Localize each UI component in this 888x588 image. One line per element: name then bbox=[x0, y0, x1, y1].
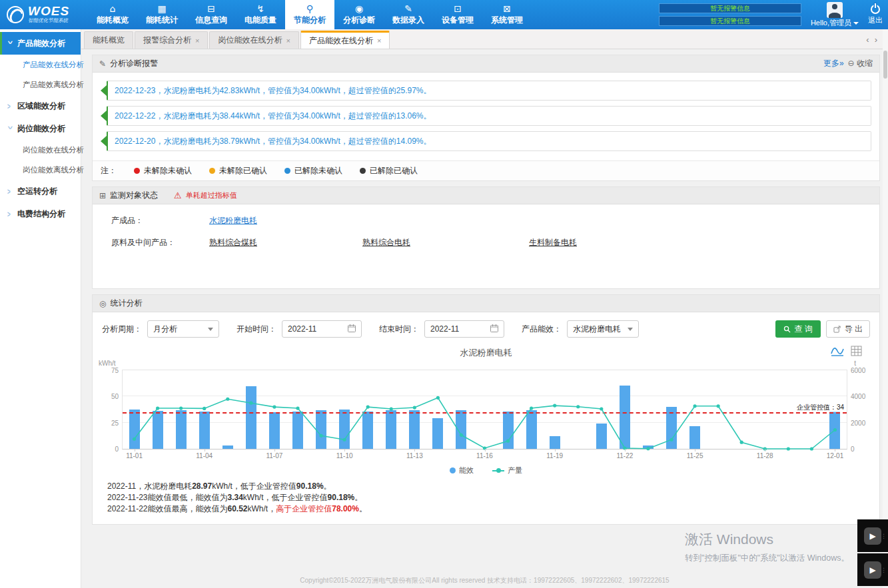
tab-1[interactable]: 能耗概览 bbox=[84, 31, 133, 49]
date-input[interactable]: 2022-11 bbox=[282, 320, 362, 338]
select-input[interactable]: 月分析 bbox=[147, 320, 219, 338]
legend-energy-efficiency[interactable]: 能效 bbox=[450, 465, 474, 475]
alarm-message[interactable]: 2022-12-20，水泥粉磨电耗为38.79kWh/t，管控值为34.00kW… bbox=[107, 131, 871, 151]
monitor-object-link[interactable]: 生料制备电耗 bbox=[529, 237, 577, 248]
nav-item-5[interactable]: ⚲节能分析 bbox=[285, 0, 334, 29]
sidebar-item-2[interactable]: >区域能效分析 bbox=[0, 95, 81, 117]
bar-11-22[interactable] bbox=[620, 386, 630, 449]
bar-11-19[interactable] bbox=[550, 436, 560, 449]
sidebar-item-5[interactable]: >电费结构分析 bbox=[0, 202, 81, 225]
sidebar-subitem-3-2[interactable]: 岗位能效离线分析 bbox=[0, 160, 81, 180]
nav-item-4[interactable]: ↯电能质量 bbox=[236, 0, 285, 29]
sidebar-item-3[interactable]: >岗位能效分析 bbox=[0, 117, 81, 140]
tab-scroll-arrows[interactable]: ‹› bbox=[866, 35, 883, 45]
sidebar-subitem-1-2[interactable]: 产品能效离线分析 bbox=[0, 75, 81, 95]
nav-item-9[interactable]: ⊠系统管理 bbox=[482, 0, 532, 29]
monitor-object-link[interactable]: 熟料综合电耗 bbox=[362, 237, 410, 248]
export-button[interactable]: 导 出 bbox=[826, 320, 870, 338]
bar-11-01[interactable] bbox=[129, 410, 140, 449]
bar-12-01[interactable] bbox=[829, 412, 840, 449]
logout-button[interactable]: 退出 bbox=[868, 5, 883, 25]
alarm-banner-2[interactable]: 暂无报警信息 bbox=[659, 16, 801, 26]
overlay-widget-1[interactable]: ▶⋮ bbox=[857, 519, 888, 552]
bar-11-03[interactable] bbox=[176, 410, 187, 449]
device-manage-icon: ⊡ bbox=[454, 4, 462, 13]
bar-11-06[interactable] bbox=[246, 386, 256, 449]
summary-segment: kWh/t，低于企业管控值 bbox=[243, 493, 328, 502]
top-header: WOES 智能优化节能系统 ⌂能耗概览▦能耗统计⊟信息查询↯电能质量⚲节能分析◉… bbox=[0, 0, 888, 29]
nav-item-7[interactable]: ✎数据录入 bbox=[384, 0, 433, 29]
bar-11-10[interactable] bbox=[339, 410, 350, 449]
nav-item-label: 数据录入 bbox=[392, 15, 424, 26]
monitor-row-label: 产成品： bbox=[99, 215, 209, 226]
bar-11-09[interactable] bbox=[316, 410, 326, 449]
monitor-object-link[interactable]: 熟料综合煤耗 bbox=[209, 237, 257, 248]
date-input[interactable]: 2022-11 bbox=[424, 320, 504, 338]
page-scrollbar[interactable] bbox=[883, 29, 888, 588]
bar-11-04[interactable] bbox=[199, 412, 210, 449]
nav-item-2[interactable]: ▦能耗统计 bbox=[137, 0, 187, 29]
bar-11-21[interactable] bbox=[596, 424, 607, 449]
bar-11-17[interactable] bbox=[503, 412, 514, 449]
query-button[interactable]: 查 询 bbox=[775, 320, 820, 338]
bar-11-05[interactable] bbox=[222, 445, 233, 449]
legend-production[interactable]: 产量 bbox=[492, 465, 522, 475]
x-axis-label: 11-28 bbox=[751, 452, 778, 459]
bar-11-07[interactable] bbox=[269, 412, 280, 449]
recorder-icon: ▶ bbox=[864, 561, 881, 579]
nav-item-3[interactable]: ⊟信息查询 bbox=[187, 0, 236, 29]
filter-3: 结束时间：2022-11 bbox=[379, 320, 504, 338]
monitor-object-link[interactable]: 水泥粉磨电耗 bbox=[209, 215, 257, 226]
tab-2[interactable]: 报警综合分析× bbox=[135, 31, 208, 49]
nav-item-8[interactable]: ⊡设备管理 bbox=[433, 0, 482, 29]
x-axis-tick bbox=[135, 449, 135, 451]
stats-panel-title: 统计分析 bbox=[110, 298, 142, 309]
summary-segment: 60.52 bbox=[228, 504, 248, 513]
bar-11-24[interactable] bbox=[666, 407, 677, 449]
alarm-message[interactable]: 2022-12-22，水泥粉磨电耗为38.44kWh/t，管控值为34.00kW… bbox=[107, 106, 871, 126]
tab-close-icon[interactable]: × bbox=[286, 37, 290, 45]
tab-3[interactable]: 岗位能效在线分析× bbox=[209, 31, 298, 49]
tab-4[interactable]: 产品能效在线分析× bbox=[300, 31, 390, 49]
nav-item-6[interactable]: ◉分析诊断 bbox=[334, 0, 384, 29]
bar-11-13[interactable] bbox=[409, 410, 420, 449]
collapse-button[interactable]: ⊖ 收缩 bbox=[848, 58, 873, 69]
bar-11-12[interactable] bbox=[386, 410, 396, 449]
nav-item-label: 设备管理 bbox=[442, 15, 474, 26]
app-logo: WOES 智能优化节能系统 bbox=[0, 0, 88, 29]
bar-11-14[interactable] bbox=[432, 418, 443, 449]
bar-11-25[interactable] bbox=[689, 426, 700, 449]
filter-4: 产品能效：水泥粉磨电耗 bbox=[522, 320, 639, 338]
more-link[interactable]: 更多» bbox=[823, 58, 844, 69]
dots-icon: ⋮ bbox=[881, 535, 887, 537]
bar-11-08[interactable] bbox=[292, 412, 303, 449]
chart-plot[interactable]: 02550750200040006000kWh/tt企业管控值：3411-011… bbox=[122, 370, 847, 449]
table-view-icon[interactable] bbox=[851, 346, 862, 358]
bar-11-11[interactable] bbox=[362, 412, 373, 449]
select-input[interactable]: 水泥粉磨电耗 bbox=[567, 320, 639, 338]
summary-segment: 2022-11，水泥粉磨电耗 bbox=[107, 481, 192, 491]
legend-label: 产量 bbox=[508, 465, 522, 475]
x-axis-label: 12-01 bbox=[821, 452, 848, 459]
bar-11-23[interactable] bbox=[643, 445, 654, 449]
bar-11-02[interactable] bbox=[153, 411, 163, 449]
watermark-title: 激活 Windows bbox=[685, 530, 849, 549]
user-menu[interactable]: Hello,管理员 bbox=[811, 2, 859, 28]
bar-11-15[interactable] bbox=[456, 410, 466, 449]
overlay-widget-2[interactable]: ▶⋮ bbox=[857, 553, 888, 586]
alarm-message[interactable]: 2022-12-23，水泥粉磨电耗为42.83kWh/t，管控值为34.00kW… bbox=[107, 81, 871, 101]
x-axis-label: 11-07 bbox=[261, 452, 288, 459]
bar-11-18[interactable] bbox=[526, 410, 537, 449]
sidebar-item-1[interactable]: >产品能效分析 bbox=[0, 32, 81, 55]
nav-item-1[interactable]: ⌂能耗概览 bbox=[88, 0, 137, 29]
tab-close-icon[interactable]: × bbox=[377, 37, 381, 45]
sidebar-subitem-1-1[interactable]: 产品能效在线分析 bbox=[0, 55, 81, 75]
scrollbar-thumb[interactable] bbox=[883, 51, 887, 79]
alarm-banner-1[interactable]: 暂无报警信息 bbox=[659, 3, 801, 13]
chevron-icon: > bbox=[7, 101, 13, 110]
sidebar-item-4[interactable]: >空运转分析 bbox=[0, 180, 81, 202]
sidebar-subitem-3-1[interactable]: 岗位能效在线分析 bbox=[0, 140, 81, 160]
line-view-icon[interactable] bbox=[831, 346, 844, 358]
tab-close-icon[interactable]: × bbox=[195, 37, 199, 45]
summary-segment: 3.34 bbox=[228, 493, 243, 502]
